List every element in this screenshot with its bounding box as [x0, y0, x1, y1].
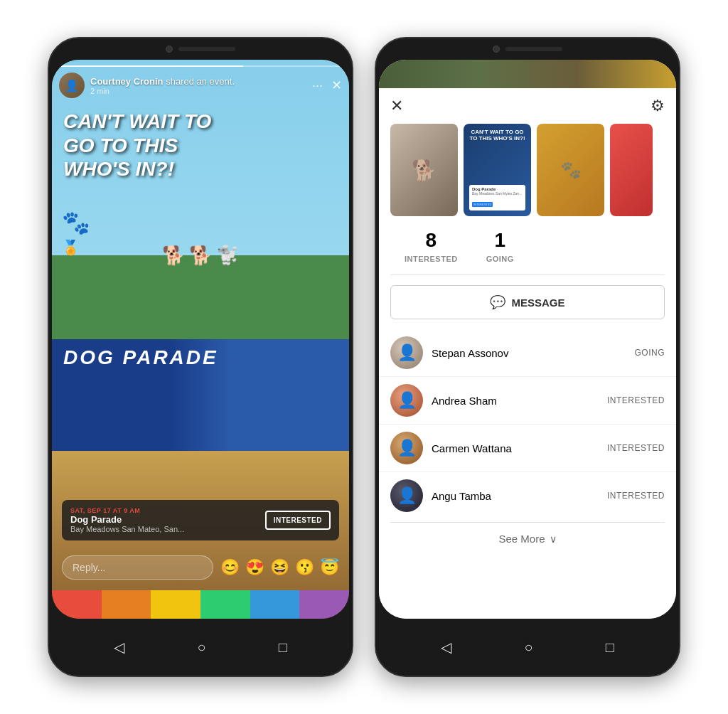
story-thumbnails: 🐕 CAN'T WAIT TO GO TO THIS WHO'S IN?! Do… — [379, 124, 676, 226]
dogs-silhouettes: 🐕 🐕 🐩 — [52, 245, 349, 267]
stripe-green — [200, 590, 250, 619]
emoji-kiss[interactable]: 😗 — [295, 558, 314, 577]
stripe-orange — [102, 590, 151, 619]
avatar-stepan: 👤 — [390, 336, 423, 369]
right-speaker — [505, 47, 562, 51]
going-label: GOING — [486, 255, 514, 263]
screenshot-container: DOG PARADE — [0, 0, 728, 714]
emoji-row: 😊 😍 😆 😗 😇 — [220, 558, 339, 577]
emoji-halo[interactable]: 😇 — [320, 558, 339, 577]
event-card: SAT, SEP 17 AT 9 AM Dog Parade Bay Meado… — [62, 500, 339, 540]
left-phone-top — [166, 46, 235, 53]
left-phone-screen: DOG PARADE — [52, 60, 349, 619]
action-text: shared an event. — [166, 76, 235, 87]
story-big-text: CAN'T WAIT TO GO TO THIS WHO'S IN?! — [63, 110, 338, 181]
event-name: Dog Parade — [70, 514, 258, 525]
story-text-overlay: CAN'T WAIT TO GO TO THIS WHO'S IN?! — [63, 110, 338, 181]
story-username: Courtney Cronin shared an event. — [90, 76, 306, 87]
story-progress-fill — [59, 65, 243, 67]
right-phone-screen: ✕ ⚙ 🐕 CAN'T WAIT TO GO TO THIS WHO'S IN?… — [379, 60, 676, 619]
message-button[interactable]: 💬 MESSAGE — [390, 285, 665, 319]
home-button[interactable]: ○ — [197, 639, 205, 656]
left-phone-nav: ◁ ○ □ — [49, 619, 352, 676]
person-row-stepan[interactable]: 👤 Stepan Assonov GOING — [379, 329, 676, 376]
interested-label: INTERESTED — [405, 255, 458, 263]
stripe-yellow — [151, 590, 200, 619]
more-options-icon[interactable]: ··· — [312, 78, 323, 93]
event-content: ✕ ⚙ 🐕 CAN'T WAIT TO GO TO THIS WHO'S IN?… — [379, 88, 676, 619]
person-name-carmen: Carmen Wattana — [432, 442, 599, 454]
story-header-icons: ··· ✕ — [312, 78, 342, 93]
going-stat: 1 GOING — [486, 229, 514, 265]
people-list: 👤 Stepan Assonov GOING 👤 — [379, 329, 676, 519]
left-phone: DOG PARADE — [48, 37, 353, 677]
going-count: 1 — [486, 229, 514, 252]
avatar-andrea: 👤 — [390, 384, 423, 417]
person-status-stepan: GOING — [634, 348, 665, 358]
story-user-info: Courtney Cronin shared an event. 2 min — [90, 76, 306, 95]
event-header-bar: ✕ ⚙ — [379, 88, 676, 124]
settings-icon[interactable]: ⚙ — [651, 97, 665, 115]
stripe-red — [52, 590, 102, 619]
right-camera — [493, 46, 500, 53]
right-phone: ✕ ⚙ 🐕 CAN'T WAIT TO GO TO THIS WHO'S IN?… — [375, 37, 680, 677]
stripe-purple — [299, 590, 349, 619]
parade-sign-text: DOG PARADE — [52, 339, 349, 376]
left-camera — [166, 46, 173, 53]
event-location: Bay Meadows San Mateo, San... — [70, 525, 258, 533]
stripe-blue — [250, 590, 300, 619]
interested-button[interactable]: INTERESTED — [265, 511, 331, 530]
home-button-right[interactable]: ○ — [524, 639, 532, 656]
thumb-4[interactable] — [610, 124, 653, 216]
story-screen: DOG PARADE — [52, 60, 349, 619]
story-time: 2 min — [90, 87, 306, 95]
thumb-1[interactable]: 🐕 — [390, 124, 458, 216]
recent-button-right[interactable]: □ — [606, 639, 614, 656]
thumb-2-card: Dog Parade Bay Meadows San Myles Zan... … — [469, 185, 525, 211]
big-text-line3: WHO'S IN?! — [63, 157, 338, 181]
interested-stat: 8 INTERESTED — [405, 229, 458, 265]
person-row-angu[interactable]: 👤 Angu Tamba INTERESTED — [379, 471, 676, 519]
person-name-stepan: Stepan Assonov — [432, 347, 626, 359]
person-row-carmen[interactable]: 👤 Carmen Wattana INTERESTED — [379, 424, 676, 471]
person-row-andrea[interactable]: 👤 Andrea Sham INTERESTED — [379, 376, 676, 424]
big-text-line1: CAN'T WAIT TO — [63, 110, 338, 134]
see-more-text: See More — [498, 533, 545, 545]
thumb-3[interactable]: 🐾 — [537, 124, 604, 216]
emoji-laugh[interactable]: 😆 — [270, 558, 289, 577]
thumb-2-text: CAN'T WAIT TO GO TO THIS WHO'S IN?! — [469, 129, 525, 142]
recent-button[interactable]: □ — [279, 639, 287, 656]
messenger-icon: 💬 — [490, 294, 505, 310]
username-text: Courtney Cronin — [90, 76, 164, 87]
reply-input[interactable]: Reply... — [62, 555, 213, 580]
interested-count: 8 — [405, 229, 458, 252]
trees — [52, 255, 349, 339]
right-phone-top — [493, 46, 562, 53]
emoji-heart-eyes[interactable]: 😍 — [245, 558, 264, 577]
person-status-andrea: INTERESTED — [607, 395, 665, 405]
event-close-icon[interactable]: ✕ — [390, 97, 403, 115]
event-date: SAT, SEP 17 AT 9 AM — [70, 507, 258, 514]
stats-row: 8 INTERESTED 1 GOING — [390, 226, 665, 275]
avatar-carmen: 👤 — [390, 432, 423, 464]
avatar-angu: 👤 — [390, 479, 423, 512]
person-name-angu: Angu Tamba — [432, 490, 599, 502]
message-label: MESSAGE — [511, 297, 564, 309]
left-speaker — [178, 47, 235, 51]
back-button[interactable]: ◁ — [114, 639, 124, 656]
see-more-row[interactable]: See More ∨ — [390, 522, 665, 555]
thumb-event-card: Dog Parade Bay Meadows San Myles Zan... … — [469, 185, 525, 211]
thumb-2[interactable]: CAN'T WAIT TO GO TO THIS WHO'S IN?! Dog … — [464, 124, 531, 216]
story-progress-bar — [59, 65, 342, 67]
color-stripes — [52, 590, 349, 619]
close-icon[interactable]: ✕ — [331, 78, 342, 93]
event-card-info: SAT, SEP 17 AT 9 AM Dog Parade Bay Meado… — [70, 507, 258, 533]
person-status-carmen: INTERESTED — [607, 443, 665, 453]
person-name-andrea: Andrea Sham — [432, 395, 599, 407]
back-button-right[interactable]: ◁ — [441, 639, 451, 656]
person-status-angu: INTERESTED — [607, 491, 665, 501]
story-user-avatar: 👤 — [59, 73, 85, 98]
reply-bar: Reply... 😊 😍 😆 😗 😇 — [62, 555, 339, 580]
story-header: 👤 Courtney Cronin shared an event. 2 min… — [59, 73, 342, 98]
emoji-smile[interactable]: 😊 — [220, 558, 240, 577]
